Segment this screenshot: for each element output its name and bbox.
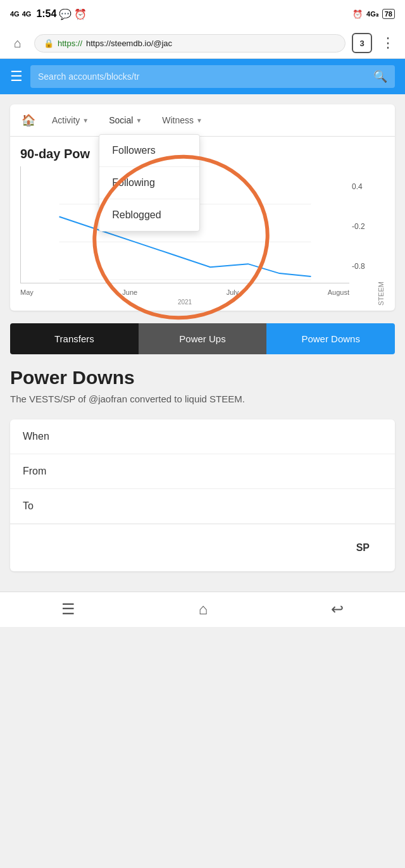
social-label: Social <box>109 115 133 125</box>
dropdown-reblogged[interactable]: Reblogged <box>99 199 199 231</box>
chart-title: 90-day Pow <box>20 147 385 161</box>
power-downs-tab[interactable]: Power Downs <box>266 323 395 354</box>
battery-indicator: 78 <box>382 9 395 19</box>
messenger-icon: 💬 <box>59 8 72 20</box>
table-row-to: To <box>10 489 395 524</box>
x-label-june: June <box>122 288 137 296</box>
bottom-back-button[interactable]: ↩ <box>331 600 344 618</box>
main-content: 🏠 Activity ▼ Social ▼ Followers Followin… <box>0 94 405 581</box>
chart-year-label: 2021 <box>20 299 349 306</box>
bottom-navigation: ☰ ⌂ ↩ <box>0 592 405 627</box>
activity-label: Activity <box>52 115 80 125</box>
x-label-july: July <box>227 288 239 296</box>
time-display: 1:54 <box>36 8 56 20</box>
power-downs-section: Power Downs The VESTS/SP of @jaofran con… <box>10 367 395 571</box>
y-label-neg02: -0.2 <box>352 222 365 231</box>
url-bar[interactable]: 🔒 https://https://steemdb.io/@jac <box>34 34 346 53</box>
browser-bar: ⌂ 🔒 https://https://steemdb.io/@jac 3 ⋮ <box>0 28 405 59</box>
witness-label: Witness <box>162 115 194 125</box>
transfers-tab[interactable]: Transfers <box>10 323 139 354</box>
status-left: 4G 4G 1:54 💬 ⏰ <box>10 8 87 20</box>
chart-area: May June July August 2021 0.4 -0.2 -0.8 … <box>20 166 385 306</box>
search-icon: 🔍 <box>373 70 387 84</box>
sp-label: SP <box>344 531 382 565</box>
tab-count-button[interactable]: 3 <box>352 33 372 53</box>
chart-card: 🏠 Activity ▼ Social ▼ Followers Followin… <box>10 104 395 311</box>
nav-social-button[interactable]: Social ▼ Followers Following Reblogged <box>99 106 152 134</box>
dropdown-followers[interactable]: Followers <box>99 135 199 167</box>
hamburger-button[interactable]: ☰ <box>10 68 23 85</box>
bottom-home-button[interactable]: ⌂ <box>199 600 208 618</box>
y-axis-labels: 0.4 -0.2 -0.8 <box>349 166 377 306</box>
signal-icon-1: 4G <box>10 10 20 18</box>
social-caret-icon: ▼ <box>135 117 142 124</box>
table-footer: SP <box>10 524 395 571</box>
more-options-button[interactable]: ⋮ <box>378 35 397 51</box>
signal-right-icon: 4G₂ <box>366 10 378 18</box>
tabs-section: Transfers Power Ups Power Downs <box>10 323 395 354</box>
tab-bar: Transfers Power Ups Power Downs <box>10 323 395 354</box>
social-dropdown: Followers Following Reblogged <box>99 134 200 232</box>
table-row-when: When <box>10 419 395 454</box>
x-label-august: August <box>328 288 349 296</box>
dropdown-following[interactable]: Following <box>99 167 199 199</box>
y-label-04: 0.4 <box>352 182 363 191</box>
top-navigation: ☰ Search accounts/blocks/tr 🔍 <box>0 59 405 94</box>
table-card: When From To SP <box>10 419 395 571</box>
lock-icon: 🔒 <box>44 39 54 48</box>
status-bar: 4G 4G 1:54 💬 ⏰ ⏰ 4G₂ 78 <box>0 0 405 28</box>
witness-caret-icon: ▼ <box>196 117 202 124</box>
alarm-icon: ⏰ <box>74 8 87 20</box>
nav-activity-button[interactable]: Activity ▼ <box>42 106 99 134</box>
section-title: Power Downs <box>10 367 395 388</box>
activity-caret-icon: ▼ <box>82 117 89 124</box>
section-description: The VESTS/SP of @jaofran converted to li… <box>10 392 395 407</box>
chart-content: 90-day Pow May June <box>10 137 395 311</box>
y-label-neg08: -0.8 <box>352 262 365 271</box>
power-ups-tab[interactable]: Power Ups <box>139 323 267 354</box>
x-axis-labels: May June July August <box>20 286 349 299</box>
signal-icon-2: 4G <box>22 10 32 18</box>
table-row-from: From <box>10 454 395 489</box>
nav-witness-button[interactable]: Witness ▼ <box>152 106 213 134</box>
url-green-part: https:// <box>58 39 82 48</box>
url-text: https://steemdb.io/@jac <box>86 39 172 48</box>
browser-home-button[interactable]: ⌂ <box>8 33 28 53</box>
search-placeholder: Search accounts/blocks/tr <box>38 71 368 82</box>
card-navigation: 🏠 Activity ▼ Social ▼ Followers Followin… <box>10 104 395 137</box>
bottom-menu-button[interactable]: ☰ <box>61 600 75 618</box>
alarm-right-icon: ⏰ <box>352 9 363 19</box>
status-right: ⏰ 4G₂ 78 <box>352 9 395 19</box>
x-label-may: May <box>20 288 34 296</box>
nav-home-button[interactable]: 🏠 <box>15 104 42 136</box>
y-axis-title: STEEM <box>377 166 385 306</box>
search-bar[interactable]: Search accounts/blocks/tr 🔍 <box>30 65 395 88</box>
